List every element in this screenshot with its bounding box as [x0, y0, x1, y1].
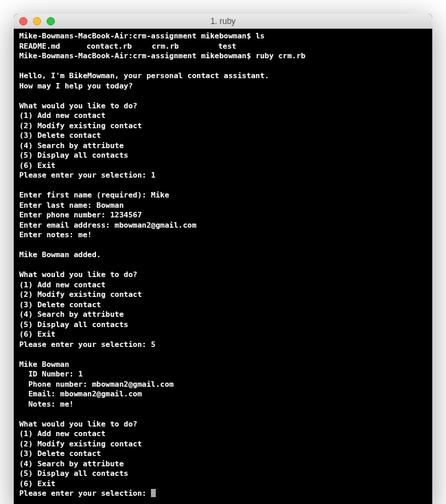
menu-option: (4) Search by attribute	[19, 310, 427, 320]
menu-option: (5) Display all contacts	[19, 151, 427, 161]
menu-option: (4) Search by attribute	[19, 459, 427, 470]
selection-prompt: Please enter your selection:	[19, 489, 427, 499]
field-label: Enter first name (required):	[19, 191, 151, 200]
menu-header: What would you like to do?	[19, 101, 427, 112]
menu-option: (6) Exit	[19, 161, 427, 171]
menu-option: (1) Add new contact	[19, 280, 427, 291]
user-input: Mike	[151, 191, 169, 200]
contact-field: ID Number: 1	[19, 370, 427, 380]
user-input: 5	[151, 340, 156, 349]
menu-option: (3) Delete contact	[19, 131, 427, 141]
file-name: crm.rb	[152, 42, 218, 52]
input-line: Enter notes: me!	[19, 230, 427, 241]
prompt-label: Please enter your selection:	[19, 489, 151, 498]
terminal-window: 1. ruby Mike-Bowmans-MacBook-Air:crm-ass…	[14, 14, 432, 504]
field-label: Enter notes:	[19, 230, 78, 239]
blank-line	[19, 350, 427, 360]
input-line: Enter first name (required): Mike	[19, 191, 427, 201]
shell-prompt: Mike-Bowmans-MacBook-Air:crm-assignment …	[19, 32, 255, 40]
terminal-body[interactable]: Mike-Bowmans-MacBook-Air:crm-assignment …	[14, 29, 432, 504]
field-label: Enter phone number:	[19, 211, 110, 219]
shell-prompt: Mike-Bowmans-MacBook-Air:crm-assignment …	[19, 51, 255, 60]
menu-option: (5) Display all contacts	[19, 320, 427, 331]
user-input: Bowman	[97, 201, 124, 210]
menu-option: (2) Modify existing contact	[19, 121, 427, 132]
input-line: Enter last name: Bowman	[19, 201, 427, 211]
contact-field: Email: mbowman2@gmail.com	[19, 389, 427, 400]
prompt-line: Mike-Bowmans-MacBook-Air:crm-assignment …	[19, 51, 427, 62]
close-icon[interactable]	[19, 17, 27, 25]
menu-option: (6) Exit	[19, 330, 427, 340]
contact-field: Phone number: mbowman2@gmail.com	[19, 380, 427, 390]
menu-option: (3) Delete contact	[19, 449, 427, 459]
command-text: ls	[255, 32, 264, 40]
user-input: me!	[78, 230, 92, 239]
user-input: 1234567	[110, 211, 141, 219]
window-title: 1. ruby	[14, 16, 432, 26]
greeting-line: Hello, I'm BikeMowman, your personal con…	[19, 71, 427, 82]
confirmation-message: Mike Bowman added.	[19, 250, 427, 261]
prompt-label: Please enter your selection:	[19, 340, 151, 349]
user-input: 1	[151, 171, 156, 180]
blank-line	[19, 62, 427, 72]
prompt-label: Please enter your selection:	[19, 171, 151, 180]
blank-line	[19, 91, 427, 101]
menu-option: (3) Delete contact	[19, 300, 427, 311]
menu-option: (5) Display all contacts	[19, 469, 427, 479]
file-name: test	[218, 42, 237, 52]
field-label: Enter email address:	[19, 221, 115, 230]
cursor-icon	[151, 489, 156, 497]
blank-line	[19, 261, 427, 271]
file-name: README.md	[19, 42, 86, 52]
title-bar: 1. ruby	[14, 14, 432, 29]
menu-option: (1) Add new contact	[19, 429, 427, 440]
input-line: Enter phone number: 1234567	[19, 211, 427, 221]
blank-line	[19, 409, 427, 420]
menu-option: (2) Modify existing contact	[19, 440, 427, 450]
field-label: Enter last name:	[19, 201, 97, 210]
ls-output: README.mdcontact.rbcrm.rbtest	[19, 42, 427, 52]
menu-option: (6) Exit	[19, 479, 427, 490]
input-line: Enter email address: mbowman2@gmail.com	[19, 221, 427, 231]
blank-line	[19, 241, 427, 251]
traffic-lights	[19, 17, 55, 25]
contact-name: Mike Bowman	[19, 360, 427, 370]
greeting-line: How may I help you today?	[19, 82, 427, 92]
contact-field: Notes: me!	[19, 400, 427, 410]
minimize-icon[interactable]	[33, 17, 41, 25]
selection-prompt: Please enter your selection: 5	[19, 340, 427, 350]
user-input: mbowman2@gmail.com	[115, 221, 196, 230]
blank-line	[19, 181, 427, 191]
selection-prompt: Please enter your selection: 1	[19, 171, 427, 181]
menu-option: (1) Add new contact	[19, 111, 427, 121]
menu-header: What would you like to do?	[19, 420, 427, 430]
menu-header: What would you like to do?	[19, 270, 427, 280]
command-text: ruby crm.rb	[255, 51, 305, 60]
prompt-line: Mike-Bowmans-MacBook-Air:crm-assignment …	[19, 32, 427, 42]
menu-option: (4) Search by attribute	[19, 141, 427, 152]
file-name: contact.rb	[86, 42, 152, 52]
menu-option: (2) Modify existing contact	[19, 290, 427, 300]
maximize-icon[interactable]	[47, 17, 55, 25]
